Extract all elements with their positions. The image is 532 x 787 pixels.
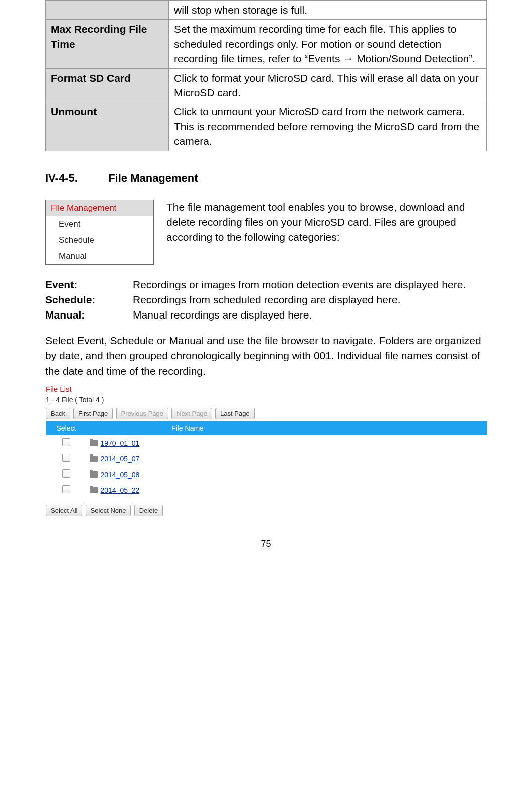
file-list-count: 1 - 4 File ( Total 4 ) <box>46 395 487 408</box>
def-row: Schedule: Recordings from scheduled reco… <box>45 292 487 307</box>
table-row: 2014_05_07 <box>46 451 487 466</box>
table-row: will stop when storage is full. <box>46 1 487 20</box>
row-checkbox[interactable] <box>62 469 70 478</box>
setting-label: Unmount <box>46 102 169 151</box>
section-number: IV-4-5. <box>45 172 105 185</box>
back-button[interactable]: Back <box>46 408 70 419</box>
def-row: Manual: Manual recordings are displayed … <box>45 307 487 323</box>
delete-button[interactable]: Delete <box>134 505 163 516</box>
menu-item-event[interactable]: Event <box>46 216 153 232</box>
file-management-menu: File Management Event Schedule Manual <box>45 200 154 265</box>
action-row: Select All Select None Delete <box>46 505 487 516</box>
file-link[interactable]: 2014_05_07 <box>101 455 140 463</box>
file-list-title: File List <box>46 383 487 395</box>
page-number: 75 <box>45 539 487 549</box>
col-third <box>289 422 487 435</box>
table-row: Max Recording File Time Set the maximum … <box>46 20 487 68</box>
folder-icon <box>90 471 98 478</box>
def-term: Event: <box>45 277 133 292</box>
select-none-button[interactable]: Select None <box>86 505 131 516</box>
last-page-button[interactable]: Last Page <box>215 408 255 419</box>
category-definitions: Event: Recordings or images from motion … <box>45 277 487 323</box>
row-checkbox[interactable] <box>62 485 70 493</box>
file-table: Select File Name 1970_01_01 2014_05_07 2… <box>46 421 487 498</box>
file-link[interactable]: 2014_05_22 <box>101 486 140 494</box>
table-row: Format SD Card Click to format your Micr… <box>46 68 487 102</box>
row-checkbox[interactable] <box>62 454 70 462</box>
setting-label <box>46 1 169 20</box>
folder-icon <box>90 487 98 493</box>
previous-page-button[interactable]: Previous Page <box>116 408 169 419</box>
table-row: 2014_05_08 <box>46 466 487 482</box>
col-filename: File Name <box>87 422 289 435</box>
folder-icon <box>90 440 98 446</box>
col-select: Select <box>46 422 87 435</box>
row-checkbox[interactable] <box>62 438 70 446</box>
def-row: Event: Recordings or images from motion … <box>45 277 487 292</box>
menu-item-schedule[interactable]: Schedule <box>46 232 153 248</box>
next-page-button[interactable]: Next Page <box>171 408 212 419</box>
setting-label: Format SD Card <box>46 68 169 102</box>
table-row: Unmount Click to unmount your MicroSD ca… <box>46 102 487 151</box>
usage-paragraph: Select Event, Schedule or Manual and use… <box>45 333 487 379</box>
def-desc: Manual recordings are displayed here. <box>133 307 487 323</box>
folder-icon <box>90 456 98 462</box>
table-row: 1970_01_01 <box>46 435 487 451</box>
table-row: 2014_05_22 <box>46 482 487 498</box>
first-page-button[interactable]: First Page <box>73 408 113 419</box>
section-title: File Management <box>108 172 198 184</box>
file-link[interactable]: 1970_01_01 <box>101 439 140 447</box>
file-link[interactable]: 2014_05_08 <box>101 470 140 479</box>
setting-desc: will stop when storage is full. <box>169 1 487 20</box>
def-term: Schedule: <box>45 292 133 307</box>
menu-item-file-management[interactable]: File Management <box>46 200 153 216</box>
setting-desc: Click to unmount your MicroSD card from … <box>169 102 487 151</box>
menu-item-manual[interactable]: Manual <box>46 248 153 264</box>
def-term: Manual: <box>45 307 133 323</box>
setting-label: Max Recording File Time <box>46 20 169 68</box>
section-heading: IV-4-5. File Management <box>45 172 487 185</box>
settings-table: will stop when storage is full. Max Reco… <box>45 0 487 151</box>
select-all-button[interactable]: Select All <box>46 505 82 516</box>
def-desc: Recordings or images from motion detecti… <box>133 277 487 292</box>
file-list-panel: File List 1 - 4 File ( Total 4 ) Back Fi… <box>45 383 488 519</box>
pagination-row: Back First Page Previous Page Next Page … <box>46 408 487 419</box>
setting-desc: Click to format your MicroSD card. This … <box>169 68 487 102</box>
setting-desc: Set the maximum recording time for each … <box>169 20 487 68</box>
def-desc: Recordings from scheduled recording are … <box>133 292 487 307</box>
